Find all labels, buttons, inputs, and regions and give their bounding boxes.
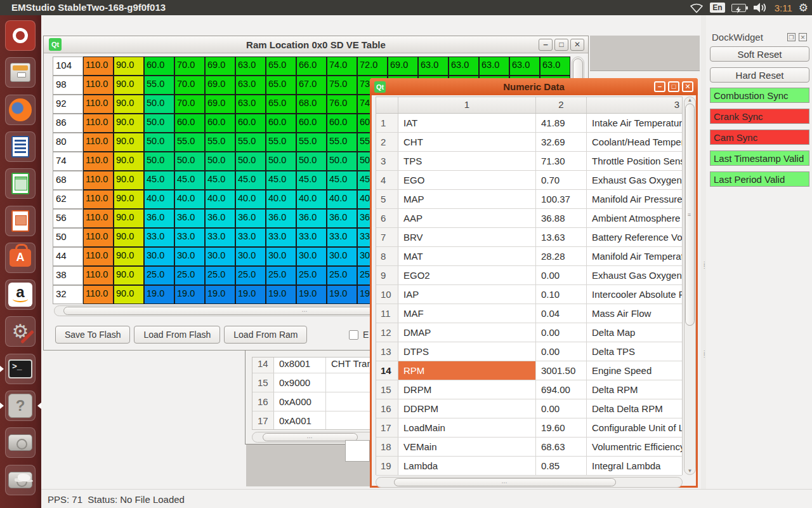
ve-cell[interactable]: 69.0 xyxy=(205,57,235,76)
launcher-item-ubuntu-dash[interactable] xyxy=(5,20,36,51)
row-number[interactable]: 8 xyxy=(376,247,398,265)
param-description-cell[interactable]: Coolant/Head Tempera xyxy=(587,133,682,151)
param-value-cell[interactable]: 0.00 xyxy=(536,266,587,284)
param-description-cell[interactable]: Intercooler Absolute P xyxy=(587,285,682,304)
param-value-cell[interactable]: 19.60 xyxy=(536,418,587,437)
ve-cell[interactable]: 63.0 xyxy=(509,57,540,76)
launcher-item-emstudio-help[interactable]: ? xyxy=(5,391,36,421)
ve-cell[interactable]: 40.0 xyxy=(266,190,296,209)
ve-cell[interactable]: 90.0 xyxy=(114,133,144,152)
ve-cell[interactable]: 90.0 xyxy=(114,57,144,76)
param-name-cell[interactable]: IAT xyxy=(398,114,536,132)
ve-cell[interactable]: 110.0 xyxy=(83,228,114,247)
ve-cell[interactable]: 110.0 xyxy=(83,285,114,304)
ve-cell[interactable]: 60.0 xyxy=(205,114,235,133)
param-name-cell[interactable]: MAF xyxy=(398,304,536,323)
row-number[interactable]: 14 xyxy=(252,357,274,373)
ve-cell[interactable]: 70.0 xyxy=(174,57,205,76)
row-number[interactable]: 3 xyxy=(376,152,398,170)
ve-cell[interactable]: 90.0 xyxy=(114,285,144,304)
ve-cell[interactable]: 33.0 xyxy=(174,228,205,247)
param-description-cell[interactable]: Ambient Atmosphere P xyxy=(587,209,682,227)
ve-cell[interactable]: 69.0 xyxy=(205,95,235,114)
row-number[interactable]: 11 xyxy=(376,304,398,323)
row-number[interactable]: 16 xyxy=(252,392,274,411)
row-number[interactable]: 10 xyxy=(376,285,398,304)
ve-cell[interactable]: 45.0 xyxy=(174,171,205,190)
param-description-cell[interactable]: Intake Air Temperature xyxy=(587,114,682,132)
param-description-cell[interactable]: Battery Reference Volt xyxy=(587,228,682,246)
ve-cell[interactable]: 63.0 xyxy=(235,57,266,76)
ve-cell[interactable]: 33.0 xyxy=(327,228,357,247)
ve-cell[interactable]: 45.0 xyxy=(327,171,357,190)
ve-cell[interactable]: 33.0 xyxy=(266,228,296,247)
ve-cell[interactable]: 25.0 xyxy=(266,266,296,285)
param-name-cell[interactable]: EGO2 xyxy=(398,266,536,284)
row-number[interactable]: 17 xyxy=(376,418,398,437)
ve-cell[interactable]: 33.0 xyxy=(296,228,327,247)
param-name-cell[interactable]: DMAP xyxy=(398,323,536,342)
ve-cell[interactable]: 55.0 xyxy=(266,133,296,152)
ve-cell[interactable]: 60.0 xyxy=(235,114,266,133)
launcher-item-disks[interactable] xyxy=(5,427,36,458)
ve-cell[interactable]: 70.0 xyxy=(174,95,205,114)
volume-icon[interactable] xyxy=(752,2,768,13)
load-from-flash-button[interactable]: Load From Flash xyxy=(134,326,220,344)
param-value-cell[interactable]: 13.63 xyxy=(536,228,587,246)
ve-cell[interactable]: 60.0 xyxy=(174,114,205,133)
ve-cell[interactable]: 30.0 xyxy=(174,247,205,266)
ve-tracing-checkbox[interactable] xyxy=(349,330,358,340)
numeric-hscrollbar[interactable]: ⋯ xyxy=(376,477,683,488)
param-description-cell[interactable]: Delta Delta RPM xyxy=(587,399,682,418)
ve-cell[interactable]: 45.0 xyxy=(296,171,327,190)
param-value-cell[interactable]: 28.28 xyxy=(536,247,587,265)
ve-cell[interactable]: 90.0 xyxy=(114,247,144,266)
ve-cell[interactable]: 90.0 xyxy=(114,114,144,133)
ve-cell[interactable]: 110.0 xyxy=(83,114,114,133)
ve-cell[interactable]: 36.0 xyxy=(266,209,296,228)
param-name-cell[interactable]: AAP xyxy=(398,209,536,227)
ve-cell[interactable]: 25.0 xyxy=(296,266,327,285)
param-description-cell[interactable]: Exhaust Gas Oxygen 2 xyxy=(587,266,682,284)
row-number[interactable]: 6 xyxy=(376,209,398,227)
launcher-item-libreoffice-writer[interactable] xyxy=(5,131,36,162)
ve-cell[interactable]: 74.0 xyxy=(327,57,357,76)
ve-cell[interactable]: 75.0 xyxy=(327,76,357,95)
ve-cell[interactable]: 90.0 xyxy=(114,190,144,209)
ve-cell[interactable]: 66.0 xyxy=(296,57,327,76)
ve-cell[interactable]: 25.0 xyxy=(327,266,357,285)
ve-cell[interactable]: 30.0 xyxy=(205,247,235,266)
ve-cell[interactable]: 90.0 xyxy=(114,266,144,285)
param-value-cell[interactable]: 3001.50 xyxy=(536,361,587,380)
param-value-cell[interactable]: 32.69 xyxy=(536,133,587,151)
scrollbar-thumb[interactable]: ⋯ xyxy=(263,433,358,441)
row-number[interactable]: 9 xyxy=(376,266,398,284)
param-value-cell[interactable]: 0.70 xyxy=(536,171,587,189)
row-number[interactable]: 5 xyxy=(376,190,398,208)
maximize-button[interactable]: □ xyxy=(554,39,568,51)
ve-cell[interactable]: 60.0 xyxy=(327,114,357,133)
ve-cell[interactable]: 50.0 xyxy=(144,152,174,171)
ve-cell[interactable]: 19.0 xyxy=(327,285,357,304)
row-number[interactable]: 15 xyxy=(252,373,274,392)
close-button[interactable]: ✕ xyxy=(570,39,584,51)
ve-cell[interactable]: 50.0 xyxy=(235,152,266,171)
ve-cell[interactable]: 40.0 xyxy=(205,190,235,209)
param-value-cell[interactable]: 694.00 xyxy=(536,380,587,399)
ve-cell[interactable]: 36.0 xyxy=(235,209,266,228)
ve-cell[interactable]: 63.0 xyxy=(235,76,266,95)
dock-float-icon[interactable]: ❐ xyxy=(787,33,796,41)
battery-icon[interactable] xyxy=(731,4,746,12)
ve-cell[interactable]: 25.0 xyxy=(235,266,266,285)
ve-cell[interactable]: 36.0 xyxy=(327,209,357,228)
close-button[interactable]: ✕ xyxy=(682,81,693,92)
column-header-1[interactable]: 1 xyxy=(398,97,536,113)
param-description-cell[interactable]: Throttle Position Sens xyxy=(587,152,682,170)
ve-cell[interactable]: 68.0 xyxy=(296,95,327,114)
ve-cell[interactable]: 36.0 xyxy=(205,209,235,228)
ve-cell[interactable]: 33.0 xyxy=(144,228,174,247)
header-corner[interactable] xyxy=(376,97,398,113)
ve-cell[interactable]: 19.0 xyxy=(296,285,327,304)
ve-cell[interactable]: 55.0 xyxy=(205,133,235,152)
param-description-cell[interactable]: Manifold Air Temperat xyxy=(587,247,682,265)
